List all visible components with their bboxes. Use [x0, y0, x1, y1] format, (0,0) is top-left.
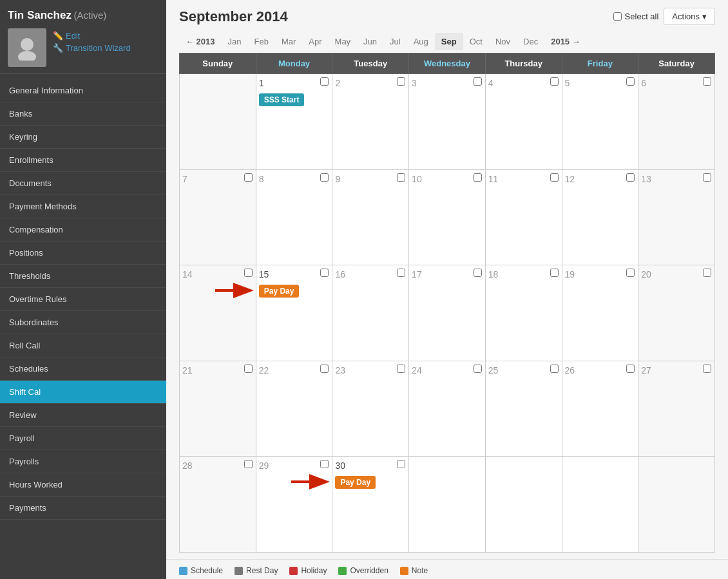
cell-checkbox[interactable] — [626, 269, 635, 277]
month-nav-jun[interactable]: Jun — [357, 33, 383, 50]
cell-checkbox[interactable] — [626, 77, 635, 86]
calendar-cell: 2 — [332, 74, 409, 170]
month-nav-aug[interactable]: Aug — [407, 33, 435, 50]
sidebar-nav-item-payment-methods[interactable]: Payment Methods — [0, 195, 166, 218]
cell-day-number: 29 — [259, 459, 272, 472]
sidebar-nav-item-review[interactable]: Review — [0, 404, 166, 427]
cell-checkbox[interactable] — [244, 269, 253, 277]
sidebar-nav-item-shift-cal[interactable]: Shift Cal — [0, 381, 166, 404]
select-all-label[interactable]: Select all — [613, 12, 659, 21]
month-nav-feb[interactable]: Feb — [248, 33, 275, 50]
month-nav-jul[interactable]: Jul — [383, 33, 407, 50]
calendar-cell: 10 — [409, 169, 486, 265]
cell-day-number: 26 — [565, 364, 578, 377]
sidebar-nav-item-hours-worked[interactable]: Hours Worked — [0, 473, 166, 497]
calendar-cell: 22 — [256, 361, 332, 457]
cell-checkbox[interactable] — [550, 365, 559, 373]
calendar-cell: 14 — [180, 265, 256, 361]
event-badge-sss[interactable]: SSS Start — [259, 93, 305, 106]
calendar-cell: 26 — [562, 361, 638, 457]
sidebar-nav-item-payroll[interactable]: Payroll — [0, 427, 166, 450]
cell-checkbox[interactable] — [474, 365, 482, 373]
cell-checkbox[interactable] — [550, 269, 559, 277]
month-nav-sep[interactable]: Sep — [435, 33, 463, 50]
actions-button[interactable]: Actions ▾ — [664, 8, 715, 25]
cell-checkbox[interactable] — [320, 460, 329, 468]
prev-year-nav[interactable]: ← 2013 — [179, 33, 222, 50]
cell-checkbox[interactable] — [397, 269, 405, 277]
cell-checkbox[interactable] — [626, 365, 635, 373]
month-nav-nov[interactable]: Nov — [489, 33, 517, 50]
edit-link[interactable]: ✏️ Edit — [53, 31, 131, 41]
sidebar-nav-item-documents[interactable]: Documents — [0, 172, 166, 195]
cell-checkbox[interactable] — [397, 173, 405, 182]
calendar-cell: 17 — [409, 265, 486, 361]
transition-wizard-link[interactable]: 🔧 Transition Wizard — [53, 43, 131, 53]
sidebar-nav-item-banks[interactable]: Banks — [0, 102, 166, 126]
cell-checkbox[interactable] — [397, 77, 405, 86]
calendar-cell: 15 Pay Day — [256, 265, 332, 361]
sidebar-nav-item-positions[interactable]: Positions — [0, 242, 166, 265]
cell-checkbox[interactable] — [474, 77, 482, 86]
event-badge-payday[interactable]: Pay Day — [335, 476, 376, 489]
cell-checkbox[interactable] — [320, 269, 329, 277]
cell-checkbox[interactable] — [474, 269, 482, 277]
cell-checkbox[interactable] — [397, 365, 405, 373]
calendar-container: SundayMondayTuesdayWednesdayThursdayFrid… — [166, 53, 728, 559]
cell-day-number: 10 — [412, 173, 425, 185]
legend-dot — [235, 567, 243, 575]
month-nav-may[interactable]: May — [329, 33, 358, 50]
cell-checkbox[interactable] — [626, 173, 635, 182]
col-header-saturday: Saturday — [638, 53, 715, 74]
month-nav-apr[interactable]: Apr — [302, 33, 328, 50]
cell-checkbox[interactable] — [474, 173, 482, 182]
select-all-checkbox[interactable] — [613, 12, 622, 21]
sidebar-nav-item-keyring[interactable]: Keyring — [0, 126, 166, 149]
legend-item-holiday: Holiday — [289, 566, 327, 575]
sidebar-nav-item-schedules[interactable]: Schedules — [0, 357, 166, 381]
cell-checkbox[interactable] — [550, 173, 559, 182]
cell-checkbox[interactable] — [703, 77, 711, 86]
sidebar-links: ✏️ Edit 🔧 Transition Wizard — [53, 28, 131, 53]
cell-checkbox[interactable] — [244, 460, 253, 468]
month-nav-oct[interactable]: Oct — [463, 33, 489, 50]
sidebar-nav-item-payrolls[interactable]: Payrolls — [0, 450, 166, 473]
sidebar-nav-item-overtime-rules[interactable]: Overtime Rules — [0, 288, 166, 311]
next-year-nav[interactable]: 2015 → — [544, 33, 587, 50]
sidebar-nav-item-compensation[interactable]: Compensation — [0, 218, 166, 242]
cell-day-number: 20 — [641, 268, 654, 281]
sidebar-nav-item-thresholds[interactable]: Thresholds — [0, 265, 166, 288]
cell-checkbox[interactable] — [320, 77, 329, 86]
sidebar-nav-item-payments[interactable]: Payments — [0, 497, 166, 520]
event-badge-payday[interactable]: Pay Day — [259, 285, 300, 298]
cell-checkbox[interactable] — [703, 365, 711, 373]
col-header-tuesday: Tuesday — [332, 53, 409, 74]
sidebar-nav-item-roll-call[interactable]: Roll Call — [0, 334, 166, 357]
cell-day-number: 1 — [259, 77, 267, 90]
top-bar: September 2014 Select all Actions ▾ — [166, 0, 728, 30]
sidebar-nav-item-general-information[interactable]: General Information — [0, 79, 166, 102]
month-nav-mar[interactable]: Mar — [275, 33, 302, 50]
cell-day-number: 13 — [641, 173, 654, 185]
calendar-cell: 5 — [562, 74, 638, 170]
sidebar-nav-item-subordinates[interactable]: Subordinates — [0, 311, 166, 334]
month-nav-jan[interactable]: Jan — [222, 33, 248, 50]
cell-checkbox[interactable] — [550, 77, 559, 86]
cell-day-number: 2 — [335, 77, 343, 90]
cell-checkbox[interactable] — [244, 173, 253, 182]
sidebar-avatar-row: ✏️ Edit 🔧 Transition Wizard — [8, 28, 158, 67]
cell-day-number: 21 — [182, 364, 195, 377]
month-nav-dec[interactable]: Dec — [517, 33, 544, 50]
calendar-cell: 18 — [485, 265, 562, 361]
calendar-cell: 9 — [332, 169, 409, 265]
legend-dot — [400, 567, 408, 575]
cell-checkbox[interactable] — [703, 173, 711, 182]
cell-checkbox[interactable] — [320, 173, 329, 182]
sidebar-nav-item-enrollments[interactable]: Enrollments — [0, 149, 166, 172]
cell-checkbox[interactable] — [320, 365, 329, 373]
legend-item-note: Note — [400, 566, 428, 575]
cell-checkbox[interactable] — [703, 269, 711, 277]
cell-checkbox[interactable] — [397, 460, 405, 468]
legend-item-rest-day: Rest Day — [235, 566, 278, 575]
cell-checkbox[interactable] — [244, 365, 253, 373]
